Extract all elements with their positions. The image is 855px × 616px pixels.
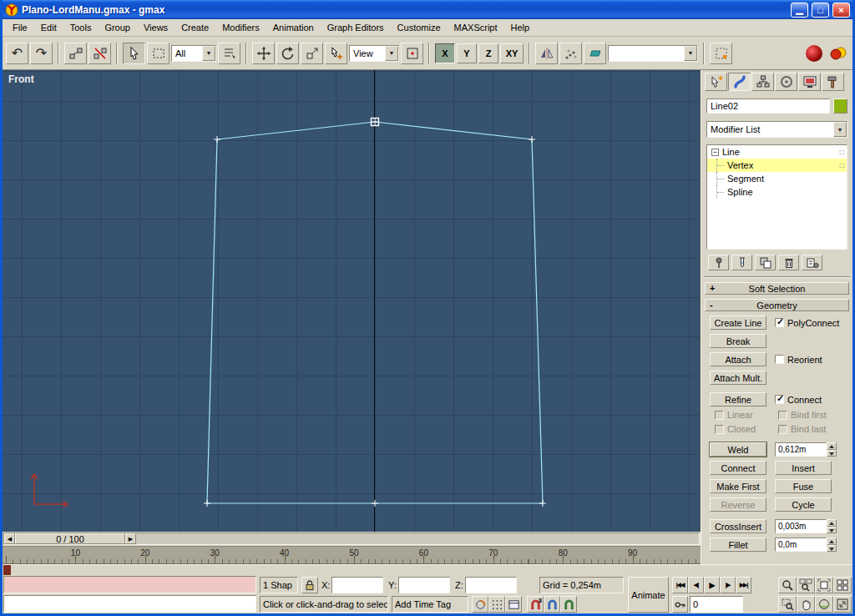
rollout-geometry[interactable]: - Geometry (705, 299, 849, 311)
stack-item-vertex[interactable]: Vertex ∷ (707, 159, 847, 172)
select-by-name-button[interactable] (218, 43, 240, 64)
track-bar[interactable]: 102030405060708090 (3, 547, 701, 564)
weld-button[interactable]: Weld (710, 442, 766, 457)
render-button[interactable] (827, 43, 849, 64)
zoom-all-button[interactable] (797, 577, 815, 593)
selection-sets-button[interactable] (710, 43, 732, 64)
maximize-button[interactable]: □ (812, 3, 829, 18)
stack-item-line[interactable]: − Line ∷ (707, 145, 847, 159)
zoom-extents-button[interactable] (815, 577, 833, 593)
weld-spinner[interactable]: 0,612m (775, 442, 837, 457)
close-button[interactable]: × (832, 3, 850, 18)
zoom-button[interactable] (778, 577, 797, 593)
tab-create[interactable] (705, 73, 727, 91)
show-end-result-button[interactable] (731, 255, 752, 270)
spline-shape[interactable] (3, 70, 701, 532)
window-crossing-toggle-button[interactable] (505, 596, 522, 613)
array-button[interactable] (559, 43, 582, 64)
make-unique-button[interactable] (755, 255, 776, 270)
menu-group[interactable]: Group (98, 21, 137, 34)
scale-button[interactable] (301, 43, 323, 64)
menu-modifiers[interactable]: Modifiers (215, 21, 266, 34)
degradation-override-button[interactable] (472, 596, 488, 613)
tab-display[interactable] (798, 73, 821, 91)
make-first-button[interactable]: Make First (710, 479, 766, 493)
restrict-z-button[interactable]: Z (478, 43, 498, 63)
restrict-xy-button[interactable]: XY (500, 43, 524, 63)
create-line-button[interactable]: Create Line (710, 316, 766, 330)
spinner-up-icon[interactable] (827, 519, 837, 527)
fillet-value[interactable]: 0,0m (775, 538, 827, 552)
menu-edit[interactable]: Edit (34, 21, 63, 34)
region-zoom-button[interactable] (778, 596, 797, 613)
crossinsert-spinner[interactable]: 0,003m (775, 519, 837, 533)
object-color-swatch[interactable] (833, 98, 847, 114)
restrict-x-button[interactable]: X (435, 43, 455, 63)
polyconnect-checkbox[interactable]: PolyConnect (775, 318, 839, 328)
snap-3d-toggle-button[interactable]: 3 (527, 596, 544, 613)
use-center-button[interactable] (401, 43, 423, 64)
select-and-link-button[interactable] (64, 43, 87, 64)
snap-grid-toggle-button[interactable] (488, 596, 505, 613)
rollout-soft-selection[interactable]: + Soft Selection (705, 282, 849, 295)
mini-listener-line[interactable] (3, 595, 256, 613)
frame-number-field[interactable]: 0 (690, 596, 743, 613)
y-coordinate-field[interactable] (398, 577, 450, 593)
configure-modifier-sets-button[interactable] (802, 255, 822, 270)
menu-graph-editors[interactable]: Graph Editors (321, 21, 391, 34)
minimize-button[interactable]: ▁ (791, 3, 808, 18)
key-mode-toggle-button[interactable] (672, 596, 688, 613)
selection-lock-button[interactable] (301, 577, 318, 593)
tab-modify[interactable] (728, 73, 751, 91)
spinner-up-icon[interactable] (827, 442, 837, 450)
closed-checkbox[interactable]: Closed (715, 424, 778, 434)
go-to-start-button[interactable]: |◀◀ (672, 577, 688, 593)
pin-stack-button[interactable] (708, 255, 729, 270)
zoom-extents-all-button[interactable] (833, 577, 852, 593)
spinner-up-icon[interactable] (827, 538, 837, 545)
break-button[interactable]: Break (710, 334, 766, 348)
select-object-button[interactable] (123, 43, 145, 64)
animate-button[interactable]: Animate (628, 577, 669, 613)
spinner-down-icon[interactable] (827, 545, 837, 553)
mirror-button[interactable] (535, 43, 558, 64)
connect-checkbox[interactable]: Connect (775, 395, 822, 405)
x-coordinate-field[interactable] (331, 577, 383, 593)
region-select-button[interactable] (147, 43, 169, 64)
spinner-down-icon[interactable] (827, 527, 837, 534)
fuse-button[interactable]: Fuse (775, 479, 832, 493)
rotate-button[interactable] (276, 43, 299, 64)
time-slider-handle[interactable]: 0 / 100 (15, 533, 125, 544)
fillet-button[interactable]: Fillet (710, 538, 766, 552)
spinner-down-icon[interactable] (827, 450, 837, 457)
attach-button[interactable]: Attach (710, 352, 766, 366)
connect-button[interactable]: Connect (710, 461, 766, 475)
modifier-list-dropdown[interactable]: Modifier List ▼ (706, 121, 847, 138)
time-slider-track[interactable]: ◀ 0 / 100 ▶ (3, 533, 700, 545)
stack-item-spline[interactable]: Spline (707, 185, 847, 199)
menu-customize[interactable]: Customize (391, 21, 448, 34)
time-slider-next-button[interactable]: ▶ (125, 533, 136, 544)
arc-rotate-button[interactable] (815, 596, 833, 613)
tab-motion[interactable] (775, 73, 797, 91)
percent-snap-toggle-button[interactable] (560, 596, 577, 613)
tab-utilities[interactable] (822, 73, 844, 91)
selection-filter-dropdown[interactable]: All ▼ (171, 45, 216, 62)
min-max-toggle-button[interactable] (833, 596, 852, 613)
material-navigator-button[interactable] (802, 43, 825, 64)
menu-maxscript[interactable]: MAXScript (448, 21, 504, 34)
attach-mult-button[interactable]: Attach Mult. (710, 371, 766, 385)
undo-button[interactable]: ↶ (6, 43, 28, 64)
viewport-front[interactable]: Front (3, 70, 701, 532)
next-frame-button[interactable]: |▶ (720, 577, 736, 593)
menu-views[interactable]: Views (137, 21, 175, 34)
reorient-checkbox[interactable]: Reorient (775, 355, 822, 365)
menu-create[interactable]: Create (175, 21, 215, 34)
refine-button[interactable]: Refine (710, 392, 766, 406)
time-slider[interactable]: ◀ 0 / 100 ▶ (3, 532, 701, 547)
z-coordinate-field[interactable] (465, 577, 517, 593)
cycle-button[interactable]: Cycle (775, 497, 832, 512)
weld-value[interactable]: 0,612m (775, 442, 827, 457)
object-name-field[interactable]: Line02 (706, 98, 830, 114)
stack-item-segment[interactable]: Segment (707, 172, 847, 185)
